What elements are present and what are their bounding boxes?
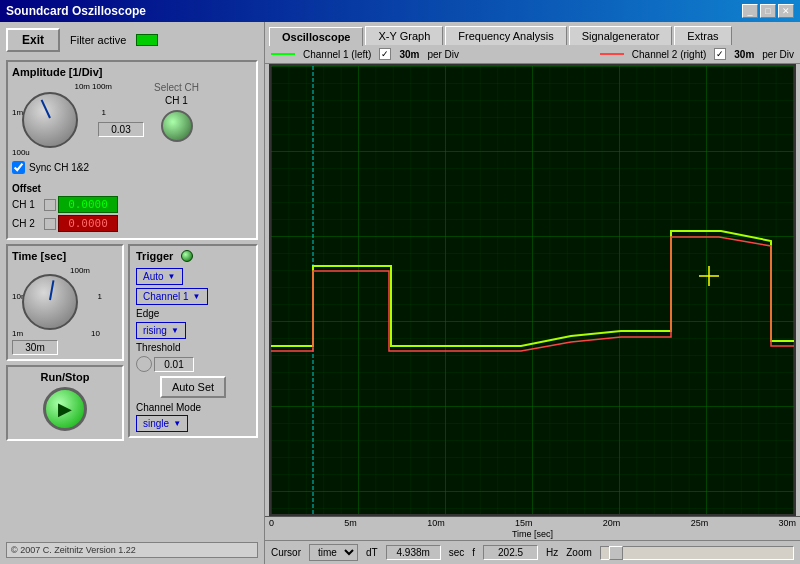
mode2-arrow: ▼ [173,419,181,428]
time-tick-0: 0 [269,518,274,528]
edge-arrow: ▼ [171,326,179,335]
ch2-offset-label: CH 2 [12,218,40,229]
sync-checkbox[interactable] [12,161,25,174]
threshold-knob[interactable] [136,356,152,372]
ch1-offset-value: 0.0000 [58,196,118,213]
time-1: 1 [98,292,102,301]
offset-title: Offset [12,183,41,194]
channel-mode-dropdown[interactable]: single ▼ [136,415,188,432]
svg-rect-2 [271,66,794,514]
tab-frequency-analysis[interactable]: Frequency Analysis [445,26,566,45]
tab-signal-generator[interactable]: Signalgenerator [569,26,673,45]
f-value: 202.5 [483,545,538,560]
tab-xy-graph[interactable]: X-Y Graph [365,26,443,45]
time-knob[interactable] [22,274,78,330]
amplitude-section: Amplitude [1/Div] 10m 100m 1m 1 100u [6,60,258,240]
edge-label: Edge [136,308,186,319]
ch-select-knob[interactable] [161,110,193,142]
trigger-channel-row: Channel 1 ▼ [136,288,250,305]
trigger-header: Trigger [136,250,250,262]
zoom-slider[interactable] [600,546,794,560]
minimize-button[interactable]: _ [742,4,758,18]
zoom-label: Zoom [566,547,592,558]
maximize-button[interactable]: □ [760,4,776,18]
ch2-per-div-unit: per Div [762,49,794,60]
select-ch-area: Select CH CH 1 [154,82,199,146]
title-bar: Soundcard Oszilloscope _ □ ✕ [0,0,800,22]
trigger-title: Trigger [136,250,173,262]
trigger-edge-dropdown[interactable]: rising ▼ [136,322,186,339]
ch1-checkbox[interactable]: ✓ [379,48,391,60]
trigger-col: Trigger Auto ▼ Channel 1 [128,244,258,441]
ch2-offset-down[interactable] [44,218,56,230]
oscilloscope-display[interactable] [269,64,796,516]
trigger-mode-dropdown[interactable]: Auto ▼ [136,268,183,285]
filter-label: Filter active [70,34,126,46]
select-ch-label: Select CH [154,82,199,93]
amplitude-knob[interactable] [22,92,78,148]
time-knob-area: 100m 10m 1 1m 10 [12,266,92,338]
tab-oscilloscope[interactable]: Oscilloscope [269,27,363,46]
trigger-mode-row: Auto ▼ [136,268,250,285]
dt-unit: sec [449,547,465,558]
time-100m: 100m [70,266,90,275]
channel-mode-row: Channel Mode single ▼ [136,402,250,432]
ch2-color-indicator [600,53,624,55]
threshold-label: Threshold [136,342,186,353]
trigger-section: Trigger Auto ▼ Channel 1 [128,244,258,438]
ch2-label: Channel 2 (right) [632,49,706,60]
trigger-edge-value-row: rising ▼ [136,322,250,339]
time-runstop-col: Time [sec] 100m 10m 1 1m 10 [6,244,124,441]
ch1-per-div: 30m [399,49,419,60]
trigger-edge-row: Edge [136,308,250,319]
amplitude-value-input[interactable] [98,122,144,137]
lower-area: Time [sec] 100m 10m 1 1m 10 [6,244,258,441]
threshold-input-area [136,356,194,372]
sync-check: Sync CH 1&2 [12,161,252,174]
ch2-per-div: 30m [734,49,754,60]
auto-set-button[interactable]: Auto Set [160,376,226,398]
amp-label-100u: 100u [12,148,30,157]
ch2-offset-row: CH 2 0.0000 [12,215,252,232]
cursor-bar: Cursor time dT 4.938m sec f 202.5 Hz Zoo… [265,540,800,564]
run-stop-button[interactable]: ▶ [43,387,87,431]
trigger-threshold-value-row [136,356,250,372]
time-tick-25m: 25m [691,518,709,528]
sync-label: Sync CH 1&2 [29,162,89,173]
f-unit: Hz [546,547,558,558]
channel-bar: Channel 1 (left) ✓ 30m per Div Channel 2… [265,45,800,64]
tab-extras[interactable]: Extras [674,26,731,45]
ch1-offset-label: CH 1 [12,199,40,210]
threshold-value-input[interactable] [154,357,194,372]
window-title: Soundcard Oszilloscope [6,4,146,18]
ch1-offset-down[interactable] [44,199,56,211]
time-value-input[interactable] [12,340,58,355]
trigger-led [181,250,193,262]
osc-svg [271,66,794,514]
time-10: 10 [91,329,100,338]
dt-value: 4.938m [386,545,441,560]
window-controls: _ □ ✕ [742,4,794,18]
trigger-channel-dropdown[interactable]: Channel 1 ▼ [136,288,208,305]
cursor-type-area: time [309,544,358,561]
time-tick-5m: 5m [344,518,357,528]
ch2-checkbox[interactable]: ✓ [714,48,726,60]
amplitude-title: Amplitude [1/Div] [12,66,252,78]
ch1-label-display: CH 1 [165,95,188,106]
ch1-per-div-unit: per Div [427,49,459,60]
channel-mode-label: Channel Mode [136,402,250,413]
ch-arrow: ▼ [193,292,201,301]
amp-label-1: 1 [102,108,106,117]
cursor-type-select[interactable]: time [309,544,358,561]
cursor-label: Cursor [271,547,301,558]
zoom-thumb[interactable] [609,546,623,560]
time-section: Time [sec] 100m 10m 1 1m 10 [6,244,124,361]
close-button[interactable]: ✕ [778,4,794,18]
amp-label-100m: 100m [92,82,112,91]
exit-button[interactable]: Exit [6,28,60,52]
time-axis: 0 5m 10m 15m 20m 25m 30m [265,516,800,529]
amplitude-value-area [98,122,144,137]
time-tick-10m: 10m [427,518,445,528]
tab-bar: Oscilloscope X-Y Graph Frequency Analysi… [265,22,800,45]
ch1-offset-row: CH 1 0.0000 [12,196,252,213]
